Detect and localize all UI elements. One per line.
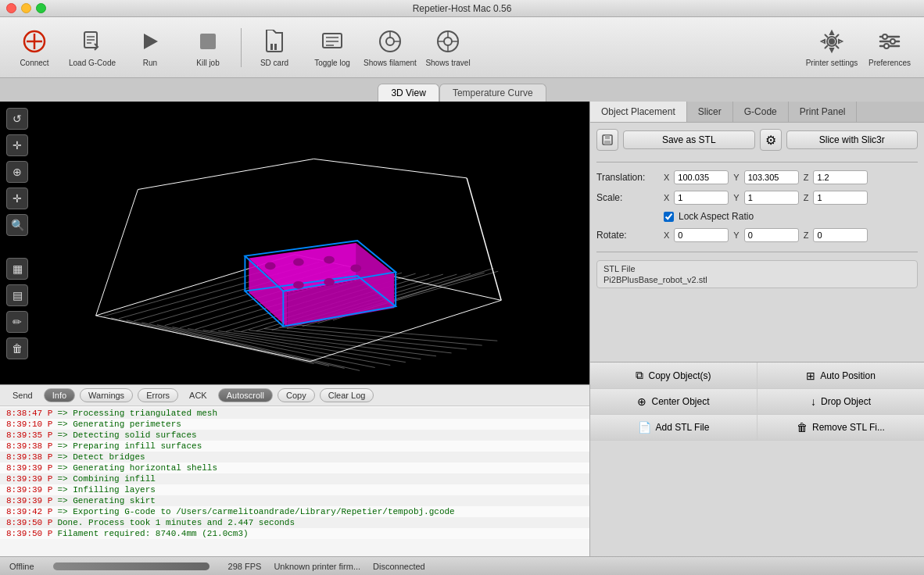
rotate-y-input[interactable]	[744, 228, 799, 242]
connect-button[interactable]: Connect	[6, 21, 63, 74]
pen-tool[interactable]: ✏	[6, 311, 28, 333]
lock-aspect-row: Lock Aspect Ratio	[596, 211, 918, 222]
window-title: Repetier-Host Mac 0.56	[413, 3, 512, 14]
remove-stl-button[interactable]: 🗑 Remove STL Fi...	[757, 415, 924, 440]
add-stl-label: Add STL File	[656, 422, 710, 433]
slice-with-slic3r-button[interactable]: Slice with Slic3r	[786, 130, 919, 149]
svg-point-25	[829, 38, 835, 45]
save-as-stl-button[interactable]: Save as STL	[623, 130, 755, 149]
rotate-z-input[interactable]	[813, 228, 868, 242]
titlebar: Repetier-Host Mac 0.56	[0, 0, 924, 17]
load-gcode-button[interactable]: Load G-Code	[64, 21, 120, 74]
zoom-in-tool[interactable]: 🔍	[6, 214, 28, 236]
autoscroll-button[interactable]: Autoscroll	[218, 388, 273, 402]
info-button[interactable]: Info	[44, 388, 75, 402]
refresh-tool[interactable]: ↺	[6, 108, 28, 130]
log-line: 8:39:39 P => Infilling layers	[0, 484, 589, 495]
move-tool[interactable]: ✛	[6, 134, 28, 156]
trans-x-input[interactable]	[674, 170, 729, 184]
rotate-row: Rotate: X Y Z	[596, 228, 918, 242]
log-line: 8:39:10 P => Generating perimeters	[0, 419, 589, 430]
log-line: 8:39:42 P => Exporting G-code to /Users/…	[0, 506, 589, 517]
log-line: 8:39:50 P Filament required: 8740.4mm (2…	[0, 528, 589, 539]
toggle-log-button[interactable]: Toggle log	[304, 21, 360, 74]
warnings-button[interactable]: Warnings	[80, 388, 133, 402]
trash-tool[interactable]: 🗑	[6, 338, 28, 359]
tab-temperature-curve[interactable]: Temperature Curve	[439, 84, 546, 102]
scale-x-input[interactable]	[674, 191, 729, 205]
trans-y-input[interactable]	[744, 170, 799, 184]
drop-icon: ↓	[811, 395, 816, 408]
remove-stl-label: Remove STL Fi...	[812, 422, 885, 433]
shows-travel-button[interactable]: Shows travel	[420, 21, 476, 74]
rotate-x-input[interactable]	[674, 228, 729, 242]
drop-object-button[interactable]: ↓ Drop Object	[757, 389, 924, 414]
stl-file-label: STL File	[603, 264, 911, 273]
grid-tool[interactable]: ▤	[6, 284, 28, 306]
trans-z-input[interactable]	[813, 170, 868, 184]
statusbar: Offline 298 FPS Unknown printer firm... …	[0, 556, 924, 575]
layers-tool[interactable]: ▦	[6, 258, 28, 280]
connection-text: Disconnected	[373, 562, 425, 571]
kill-job-button[interactable]: Kill job	[180, 21, 236, 74]
preferences-button[interactable]: Preferences	[861, 21, 918, 74]
scale-x-label: X	[664, 193, 669, 202]
maximize-button[interactable]	[36, 3, 46, 13]
3d-viewport[interactable]: ↺ ✛ ⊕ ✛ 🔍 ▦ ▤ ✏ 🗑	[0, 102, 589, 384]
svg-point-28	[884, 44, 889, 48]
fps-text: 298 FPS	[228, 562, 262, 571]
log-line: 8:39:38 P => Detect bridges	[0, 452, 589, 462]
copy-icon: ⧉	[636, 369, 643, 382]
svg-point-27	[890, 39, 895, 44]
svg-point-74	[293, 259, 304, 266]
save-slice-row: Save as STL ⚙ Slice with Slic3r	[596, 129, 918, 151]
pan-tool[interactable]: ⊕	[6, 161, 28, 183]
kill-job-icon	[194, 27, 222, 55]
log-msg: => Generating perimeters	[57, 420, 181, 429]
scale-z-input[interactable]	[813, 191, 868, 205]
svg-point-73	[265, 262, 276, 270]
copy-button[interactable]: Copy	[278, 388, 315, 402]
clear-log-button[interactable]: Clear Log	[320, 388, 374, 402]
copy-objects-button[interactable]: ⧉ Copy Object(s)	[590, 362, 757, 388]
tab-gcode[interactable]: G-Code	[733, 102, 789, 122]
scale-z-label: Z	[804, 193, 809, 202]
shows-filament-button[interactable]: Shows filament	[362, 21, 418, 74]
log-msg: => Detecting solid surfaces	[57, 430, 196, 440]
save-icon-button[interactable]	[596, 129, 618, 151]
lock-aspect-checkbox[interactable]	[664, 212, 674, 222]
svg-rect-81	[604, 141, 611, 145]
log-msg: => Processing triangulated mesh	[57, 409, 217, 418]
sd-card-button[interactable]: SD card	[246, 21, 303, 74]
close-button[interactable]	[6, 3, 16, 13]
printer-settings-button[interactable]: Printer settings	[804, 21, 860, 74]
svg-rect-10	[274, 44, 277, 50]
tab-object-placement[interactable]: Object Placement	[590, 102, 687, 122]
divider-2	[596, 252, 918, 252]
settings-icon-button[interactable]: ⚙	[760, 129, 782, 151]
tab-print-panel[interactable]: Print Panel	[789, 102, 858, 122]
scale-y-input[interactable]	[744, 191, 799, 205]
add-stl-button[interactable]: 📄 Add STL File	[590, 415, 757, 440]
log-time: 8:39:38 P	[6, 452, 52, 462]
center-object-button[interactable]: ⊕ Center Object	[590, 389, 757, 414]
log-line: 8:39:38 P => Preparing infill surfaces	[0, 441, 589, 452]
log-line: 8:39:39 P => Combining infill	[0, 473, 589, 484]
stl-file-section: STL File Pi2BPlusBase_robot_v2.stl	[596, 260, 918, 288]
auto-position-button[interactable]: ⊞ Auto Position	[757, 362, 924, 388]
orbit-tool[interactable]: ✛	[6, 188, 28, 209]
errors-button[interactable]: Errors	[138, 388, 178, 402]
svg-rect-8	[200, 34, 216, 49]
svg-point-20	[444, 38, 452, 45]
status-text: Offline	[9, 562, 34, 571]
tab-slicer[interactable]: Slicer	[687, 102, 733, 122]
log-msg: => Exporting G-code to /Users/carmelitoa…	[57, 507, 454, 516]
minimize-button[interactable]	[21, 3, 31, 13]
connect-label: Connect	[20, 59, 48, 67]
tab-3d-view[interactable]: 3D View	[378, 84, 439, 102]
printer-settings-label: Printer settings	[806, 59, 858, 67]
log-time: 8:39:39 P	[6, 463, 52, 473]
log-time: 8:39:39 P	[6, 485, 52, 495]
divider-1	[596, 162, 918, 162]
run-button[interactable]: Run	[122, 21, 178, 74]
